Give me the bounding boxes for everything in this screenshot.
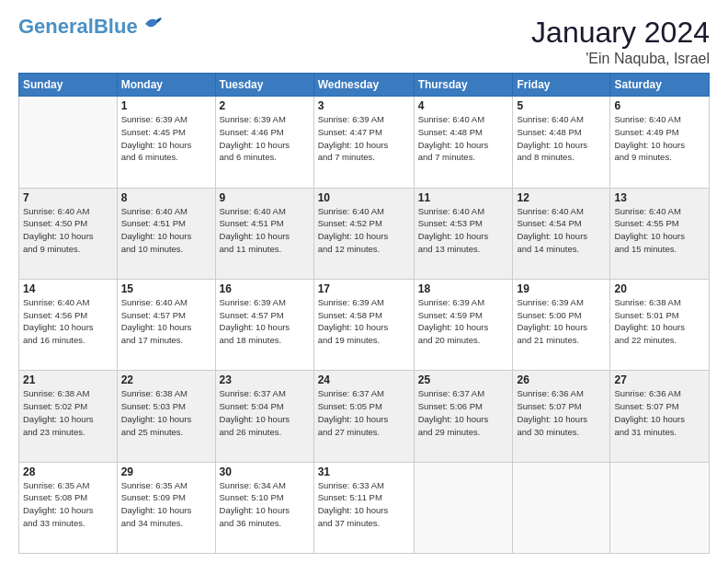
week-row-1: 1Sunrise: 6:39 AM Sunset: 4:45 PM Daylig… xyxy=(19,97,710,188)
col-wednesday: Wednesday xyxy=(313,74,414,97)
day-number: 6 xyxy=(614,99,705,112)
day-number: 15 xyxy=(121,282,211,295)
day-number: 20 xyxy=(614,282,705,295)
day-cell xyxy=(414,462,513,553)
day-cell xyxy=(610,462,710,553)
logo: GeneralBlue xyxy=(18,17,164,37)
location-title: 'Ein Naquba, Israel xyxy=(531,51,710,67)
day-info: Sunrise: 6:34 AM Sunset: 5:10 PM Dayligh… xyxy=(220,479,310,530)
day-info: Sunrise: 6:39 AM Sunset: 4:58 PM Dayligh… xyxy=(318,296,410,347)
day-info: Sunrise: 6:38 AM Sunset: 5:02 PM Dayligh… xyxy=(23,387,113,438)
day-cell: 2Sunrise: 6:39 AM Sunset: 4:46 PM Daylig… xyxy=(215,97,313,188)
day-info: Sunrise: 6:39 AM Sunset: 4:46 PM Dayligh… xyxy=(220,113,310,164)
day-info: Sunrise: 6:40 AM Sunset: 4:53 PM Dayligh… xyxy=(418,205,509,256)
calendar-table: Sunday Monday Tuesday Wednesday Thursday… xyxy=(18,73,710,554)
day-cell: 27Sunrise: 6:36 AM Sunset: 5:07 PM Dayli… xyxy=(610,371,710,462)
day-info: Sunrise: 6:37 AM Sunset: 5:05 PM Dayligh… xyxy=(318,387,410,438)
day-info: Sunrise: 6:39 AM Sunset: 4:45 PM Dayligh… xyxy=(121,113,211,164)
day-cell: 10Sunrise: 6:40 AM Sunset: 4:52 PM Dayli… xyxy=(313,188,414,279)
logo-general: General xyxy=(18,15,94,38)
day-number: 1 xyxy=(121,99,211,112)
day-info: Sunrise: 6:40 AM Sunset: 4:54 PM Dayligh… xyxy=(517,205,606,256)
col-friday: Friday xyxy=(513,74,610,97)
page: GeneralBlue January 2024 'Ein Naquba, Is… xyxy=(0,0,728,563)
day-cell: 5Sunrise: 6:40 AM Sunset: 4:48 PM Daylig… xyxy=(513,97,610,188)
day-number: 29 xyxy=(121,465,211,478)
day-info: Sunrise: 6:40 AM Sunset: 4:55 PM Dayligh… xyxy=(614,205,705,256)
day-number: 22 xyxy=(121,373,211,386)
day-number: 11 xyxy=(418,191,509,204)
day-cell: 3Sunrise: 6:39 AM Sunset: 4:47 PM Daylig… xyxy=(313,97,414,188)
week-row-5: 28Sunrise: 6:35 AM Sunset: 5:08 PM Dayli… xyxy=(19,462,710,553)
day-number: 5 xyxy=(517,99,606,112)
day-info: Sunrise: 6:40 AM Sunset: 4:49 PM Dayligh… xyxy=(614,113,705,164)
day-number: 24 xyxy=(318,373,410,386)
day-info: Sunrise: 6:37 AM Sunset: 5:06 PM Dayligh… xyxy=(418,387,509,438)
day-info: Sunrise: 6:36 AM Sunset: 5:07 PM Dayligh… xyxy=(614,387,705,438)
day-info: Sunrise: 6:40 AM Sunset: 4:50 PM Dayligh… xyxy=(23,205,113,256)
day-number: 10 xyxy=(318,191,410,204)
day-cell: 6Sunrise: 6:40 AM Sunset: 4:49 PM Daylig… xyxy=(610,97,710,188)
day-info: Sunrise: 6:40 AM Sunset: 4:48 PM Dayligh… xyxy=(517,113,606,164)
day-cell: 17Sunrise: 6:39 AM Sunset: 4:58 PM Dayli… xyxy=(313,279,414,370)
day-cell: 31Sunrise: 6:33 AM Sunset: 5:11 PM Dayli… xyxy=(313,462,414,553)
col-monday: Monday xyxy=(117,74,215,97)
day-cell: 14Sunrise: 6:40 AM Sunset: 4:56 PM Dayli… xyxy=(19,279,118,370)
day-info: Sunrise: 6:36 AM Sunset: 5:07 PM Dayligh… xyxy=(517,387,606,438)
title-section: January 2024 'Ein Naquba, Israel xyxy=(531,17,710,67)
header: GeneralBlue January 2024 'Ein Naquba, Is… xyxy=(18,17,710,67)
day-cell: 19Sunrise: 6:39 AM Sunset: 5:00 PM Dayli… xyxy=(513,279,610,370)
day-number: 19 xyxy=(517,282,606,295)
header-row: Sunday Monday Tuesday Wednesday Thursday… xyxy=(19,74,710,97)
day-number: 18 xyxy=(418,282,509,295)
day-number: 9 xyxy=(220,191,310,204)
day-cell: 18Sunrise: 6:39 AM Sunset: 4:59 PM Dayli… xyxy=(414,279,513,370)
day-cell: 16Sunrise: 6:39 AM Sunset: 4:57 PM Dayli… xyxy=(215,279,313,370)
day-cell: 28Sunrise: 6:35 AM Sunset: 5:08 PM Dayli… xyxy=(19,462,118,553)
day-cell: 11Sunrise: 6:40 AM Sunset: 4:53 PM Dayli… xyxy=(414,188,513,279)
day-number: 13 xyxy=(614,191,705,204)
month-title: January 2024 xyxy=(531,17,710,49)
day-info: Sunrise: 6:38 AM Sunset: 5:01 PM Dayligh… xyxy=(614,296,705,347)
day-number: 12 xyxy=(517,191,606,204)
day-number: 4 xyxy=(418,99,509,112)
day-info: Sunrise: 6:40 AM Sunset: 4:48 PM Dayligh… xyxy=(418,113,509,164)
day-cell: 24Sunrise: 6:37 AM Sunset: 5:05 PM Dayli… xyxy=(313,371,414,462)
logo-bird-icon xyxy=(143,15,164,31)
week-row-3: 14Sunrise: 6:40 AM Sunset: 4:56 PM Dayli… xyxy=(19,279,710,370)
day-cell: 9Sunrise: 6:40 AM Sunset: 4:51 PM Daylig… xyxy=(215,188,313,279)
day-cell: 23Sunrise: 6:37 AM Sunset: 5:04 PM Dayli… xyxy=(215,371,313,462)
day-info: Sunrise: 6:40 AM Sunset: 4:57 PM Dayligh… xyxy=(121,296,211,347)
day-info: Sunrise: 6:39 AM Sunset: 4:47 PM Dayligh… xyxy=(318,113,410,164)
day-info: Sunrise: 6:40 AM Sunset: 4:52 PM Dayligh… xyxy=(318,205,410,256)
day-info: Sunrise: 6:35 AM Sunset: 5:09 PM Dayligh… xyxy=(121,479,211,530)
day-cell: 4Sunrise: 6:40 AM Sunset: 4:48 PM Daylig… xyxy=(414,97,513,188)
col-sunday: Sunday xyxy=(19,74,118,97)
day-number: 23 xyxy=(220,373,310,386)
day-number: 26 xyxy=(517,373,606,386)
day-info: Sunrise: 6:40 AM Sunset: 4:51 PM Dayligh… xyxy=(220,205,310,256)
day-info: Sunrise: 6:40 AM Sunset: 4:51 PM Dayligh… xyxy=(121,205,211,256)
day-cell xyxy=(19,97,118,188)
day-cell: 13Sunrise: 6:40 AM Sunset: 4:55 PM Dayli… xyxy=(610,188,710,279)
day-number: 25 xyxy=(418,373,509,386)
day-number: 2 xyxy=(220,99,310,112)
day-cell xyxy=(513,462,610,553)
day-cell: 21Sunrise: 6:38 AM Sunset: 5:02 PM Dayli… xyxy=(19,371,118,462)
day-number: 21 xyxy=(23,373,113,386)
day-info: Sunrise: 6:38 AM Sunset: 5:03 PM Dayligh… xyxy=(121,387,211,438)
day-cell: 7Sunrise: 6:40 AM Sunset: 4:50 PM Daylig… xyxy=(19,188,118,279)
day-number: 16 xyxy=(220,282,310,295)
day-number: 28 xyxy=(23,465,113,478)
day-number: 31 xyxy=(318,465,410,478)
day-cell: 30Sunrise: 6:34 AM Sunset: 5:10 PM Dayli… xyxy=(215,462,313,553)
day-cell: 12Sunrise: 6:40 AM Sunset: 4:54 PM Dayli… xyxy=(513,188,610,279)
day-info: Sunrise: 6:39 AM Sunset: 5:00 PM Dayligh… xyxy=(517,296,606,347)
day-cell: 29Sunrise: 6:35 AM Sunset: 5:09 PM Dayli… xyxy=(117,462,215,553)
col-thursday: Thursday xyxy=(414,74,513,97)
day-info: Sunrise: 6:33 AM Sunset: 5:11 PM Dayligh… xyxy=(318,479,410,530)
day-number: 7 xyxy=(23,191,113,204)
col-tuesday: Tuesday xyxy=(215,74,313,97)
day-number: 14 xyxy=(23,282,113,295)
logo-text: GeneralBlue xyxy=(18,17,138,37)
